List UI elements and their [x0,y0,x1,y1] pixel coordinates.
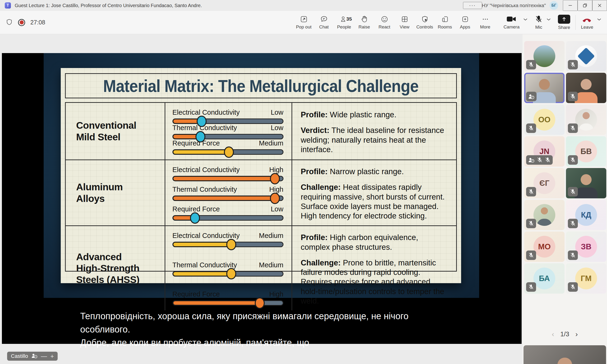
participant-tile[interactable]: OO [524,104,565,135]
zoom-out-button[interactable]: — [41,353,47,359]
maximize-button[interactable] [578,0,592,11]
svg-text:?: ? [532,96,533,99]
slider-knob [226,239,236,250]
toolbar-center: Pop outChat35PeopleRaiseReactViewControl… [294,12,495,33]
caption-line: Теплопровідність, хороша сила, яку прися… [80,310,450,336]
page-indicator: 1/3 [560,331,569,338]
participant-tile[interactable]: ЄГ [524,168,565,198]
camera-button[interactable]: Camera [504,15,520,30]
privacy-shield-icon [6,18,13,27]
mic-muted-badge [568,219,578,228]
toolbar-react-button[interactable]: React [374,12,394,33]
slider-level: High [269,185,283,193]
page-prev-icon[interactable]: ‹ [552,330,554,338]
screenshare-stage: Material Matrix: The Metallurgical Chall… [2,53,522,344]
toolbar-view-button[interactable]: View [394,12,415,33]
minimize-button[interactable] [563,0,578,11]
slider-track [173,176,283,181]
slider-track [173,195,283,201]
photo-avatar [575,45,597,67]
mic-muted-badge [568,250,578,260]
material-name-cell: AluminumAlloys [66,160,165,226]
toolbar-controls-button[interactable]: Controls [415,12,435,33]
slider-level: Low [271,205,283,213]
mic-muted-badge [526,250,536,260]
toolbar-pop-out-button[interactable]: Pop out [294,12,314,33]
leave-chevron-icon[interactable] [595,18,604,22]
page-next-icon[interactable]: › [575,330,578,338]
presenter-video-tile[interactable] [524,345,606,364]
toolbar-divider [575,15,576,30]
slide-card: Material Matrix: The Metallurgical Chall… [61,68,461,283]
mic-chevron-icon[interactable] [544,18,553,22]
presenter-pill[interactable]: Castillo ? — + [7,352,58,361]
app-titlebar: Guest Lecture 1: Jose Castillo, Professo… [0,0,607,11]
participant-video-tile[interactable] [566,168,606,198]
property-slider: Thermal ConductivityLow [173,124,283,139]
avatar: БВ [575,141,597,162]
avatar: ЄГ [533,172,555,194]
participant-tile[interactable]: JN? [524,136,565,167]
slider-knob [195,131,205,143]
participant-video-tile[interactable]: ? [524,73,565,103]
mic-muted-badge [568,282,578,292]
material-name-cell: AdvancedHigh-StrengthSteels (AHSS) [66,226,165,311]
slider-label: Required Force [173,139,220,147]
participant-grid: ?OOJN?БВЄГКДМОЗВБАГМ [523,34,607,294]
toolbar-apps-button[interactable]: Apps [455,12,475,33]
close-button[interactable] [592,0,607,11]
participant-tile[interactable]: ЗВ [566,232,606,262]
toolbar-people-button[interactable]: 35People [334,12,354,33]
property-slider: Thermal ConductivityHigh [173,185,283,201]
toolbar-raise-button[interactable]: Raise [354,12,374,33]
participant-tile[interactable]: БВ [566,136,606,167]
titlebar-overflow-icon[interactable]: ··· [463,2,482,9]
mic-button[interactable]: Mic [535,15,543,30]
zoom-in-button[interactable]: + [50,353,54,359]
slider-label: Required Force [173,290,220,298]
leave-button[interactable]: Leave [581,15,593,30]
share-button[interactable]: Share [558,15,570,30]
participant-tile[interactable]: МО [524,232,565,262]
slider-track [173,149,283,155]
notes-cell: Profile: High carbon equivalence, comple… [292,226,456,311]
main-area: Material Matrix: The Metallurgical Chall… [0,34,607,364]
svg-text:?: ? [532,160,533,162]
toolbar-chat-button[interactable]: Chat [314,12,334,33]
participant-tile[interactable]: КД [566,200,606,230]
material-name-cell: ConventionalMild Steel [66,103,165,160]
slider-track [173,271,283,276]
toolbar-more-button[interactable]: More [475,12,495,33]
slider-track [173,215,283,221]
account-avatar[interactable]: БГ [550,1,558,10]
property-slider: Required ForceLow [173,205,283,221]
slider-knob [224,146,234,158]
avatar: БА [533,268,555,289]
camera-chevron-icon[interactable] [521,18,530,22]
slider-level: Low [271,108,283,116]
teams-logo-icon [5,2,11,9]
slider-track [173,242,283,247]
participant-tile[interactable] [566,104,606,135]
shared-slide: Material Matrix: The Metallurgical Chall… [44,53,479,298]
logo-avatar [577,47,595,65]
slider-knob [226,268,236,279]
property-slider: Electrical ConductivityLow [173,108,283,124]
participant-video-tile[interactable] [566,73,606,103]
notes-cell: Profile: Narrow plastic range.Challenge:… [292,160,456,226]
slider-label: Thermal Conductivity [173,185,237,193]
avatar: МО [533,236,555,258]
participant-tile[interactable]: БА [524,263,565,294]
note-text: Profile: Wide plastic range. [301,110,447,119]
slider-track [173,134,283,139]
sliders-cell: Electrical ConductivityMediumThermal Con… [165,226,292,311]
participant-tile[interactable] [566,41,606,71]
slider-level: Medium [259,232,283,240]
participant-tile[interactable] [524,200,565,230]
person-question-icon: ? [31,353,38,359]
org-name: НУ "Чернігівська політехніка" [482,3,546,8]
toolbar-rooms-button[interactable]: Rooms [435,12,455,33]
slider-track [173,118,283,124]
participant-tile[interactable] [524,41,565,71]
participant-tile[interactable]: ГМ [566,263,606,294]
